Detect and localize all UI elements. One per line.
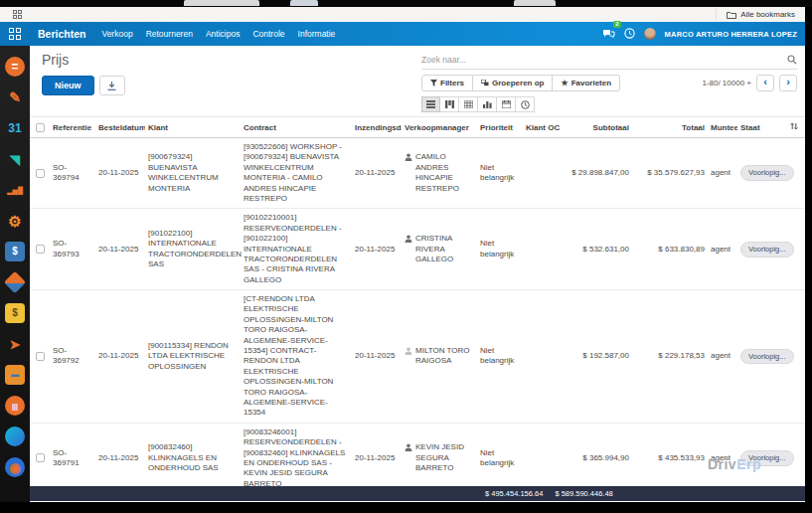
header-munteenheid[interactable]: Munteenh	[708, 117, 737, 138]
menu-anticipos[interactable]: Anticipos	[206, 29, 241, 39]
person-icon	[405, 153, 412, 161]
user-name[interactable]: MARCO ARTURO HERRERA LOPEZ	[665, 30, 797, 39]
browser-tab[interactable]	[184, 0, 259, 6]
person-icon	[405, 443, 412, 451]
header-prioriteit[interactable]: Prioriteit	[477, 117, 523, 138]
pivot-icon	[464, 100, 473, 108]
pager-previous-button[interactable]: ‹	[756, 75, 774, 91]
crm-app-icon[interactable]: ◥	[5, 149, 25, 169]
driverp-logo: DrivErp	[708, 456, 761, 472]
documents-app-icon[interactable]: ▬	[5, 365, 25, 385]
camera-app-icon[interactable]: ◉	[5, 457, 25, 477]
star-icon: ★	[561, 79, 568, 87]
browser-tab[interactable]	[514, 0, 556, 6]
header-inzendingsdatum[interactable]: Inzendingsd.	[352, 117, 402, 138]
table-row[interactable]: SO-369793 20-11-2025 [901022100] INTERNA…	[30, 209, 805, 290]
list-view-button[interactable]	[421, 96, 440, 112]
status-badge: Voorlopig...	[740, 242, 794, 257]
all-bookmarks-button[interactable]: Alle bookmarks	[716, 9, 805, 20]
menu-verkoop[interactable]: Verkoop	[101, 29, 132, 39]
app-sidebar: =✎31◥▂▅█⚙$$➤▬|||◉	[0, 22, 30, 502]
apps-menu-button[interactable]	[0, 22, 30, 46]
header-staat[interactable]: Staat	[737, 117, 787, 138]
export-button[interactable]	[99, 76, 125, 95]
graph-view-button[interactable]	[478, 96, 497, 112]
row-checkbox[interactable]	[36, 352, 45, 361]
search-bar	[421, 51, 797, 70]
menu-controle[interactable]: Controle	[252, 29, 284, 39]
dashboard-app-icon[interactable]: ▂▅█	[5, 180, 25, 200]
billing-app-icon[interactable]: $	[5, 242, 25, 261]
header-besteldatum[interactable]: Besteldatum	[95, 117, 145, 138]
totals-footer: $ 495.454.156.64 $ 589.590.446.48	[30, 486, 805, 501]
menu-informatie[interactable]: Informatie	[298, 29, 336, 39]
search-icon[interactable]	[787, 51, 797, 69]
column-adjust-icon	[790, 122, 798, 130]
bar-chart-icon	[483, 100, 492, 108]
chat-bubbles-icon	[602, 29, 615, 39]
row-checkbox[interactable]	[36, 245, 45, 254]
website-app-icon[interactable]	[5, 427, 25, 446]
pager-next-button[interactable]: ›	[779, 75, 797, 91]
inventory-app-icon[interactable]	[4, 271, 26, 293]
discuss-app-icon[interactable]: =	[5, 57, 25, 77]
bookmarks-bar: Alle bookmarks	[0, 7, 805, 22]
row-checkbox[interactable]	[36, 453, 45, 462]
settings-app-icon[interactable]: ⚙	[5, 211, 25, 231]
messages-button[interactable]: 2	[602, 25, 615, 43]
calendar-view-button[interactable]	[497, 96, 516, 112]
notes-app-icon[interactable]: ✎	[5, 87, 25, 107]
header-klant[interactable]: Klant	[145, 117, 241, 138]
screen: Alle bookmarks =✎31◥▂▅█⚙$$➤▬|||◉ Bericht…	[0, 0, 812, 513]
bookmarks-grid-icon[interactable]	[13, 10, 22, 19]
clock-icon	[521, 100, 530, 109]
select-all-checkbox[interactable]	[36, 123, 45, 132]
sidebar-apps: =✎31◥▂▅█⚙$$➤▬|||◉	[5, 46, 25, 477]
person-icon	[405, 347, 412, 355]
calendar-app-icon[interactable]: 31	[5, 118, 25, 138]
menu-retourneren[interactable]: Retourneren	[146, 29, 193, 39]
header-subtotaal[interactable]: Subtotaal	[563, 117, 632, 138]
equalizer-app-icon[interactable]: |||	[5, 396, 25, 416]
filters-button[interactable]: Filters	[421, 75, 473, 91]
user-avatar[interactable]	[644, 28, 656, 40]
status-badge: Voorlopig...	[740, 349, 794, 365]
email-app-icon[interactable]: ➤	[5, 334, 25, 354]
group-by-icon	[481, 80, 489, 86]
browser-tab[interactable]	[290, 0, 318, 6]
total-sum: $ 589.590.446.48	[555, 489, 612, 498]
search-input[interactable]	[421, 55, 787, 65]
calendar-icon	[502, 100, 511, 108]
new-button[interactable]: Nieuw	[42, 76, 94, 95]
subtotal-sum: $ 495.454.156.64	[485, 489, 543, 498]
favorites-button[interactable]: ★ Favorieten	[553, 75, 620, 91]
table-header-row: Referentie Besteldatum Klant Contract In…	[30, 117, 805, 138]
top-navbar: Berichten Verkoop Retourneren Anticipos …	[30, 22, 805, 46]
all-bookmarks-label: Alle bookmarks	[740, 10, 795, 19]
group-by-button[interactable]: Groeperen op	[473, 75, 553, 91]
activity-view-button[interactable]	[516, 96, 535, 112]
header-referentie[interactable]: Referentie	[50, 117, 95, 138]
table-row[interactable]: SO-369791 20-11-2025 [900832460] KLINKNA…	[30, 423, 805, 486]
download-icon	[107, 82, 116, 90]
header-contract[interactable]: Contract	[241, 117, 352, 138]
table-row[interactable]: SO-369794 20-11-2025 [900679324] BUENAVI…	[30, 138, 805, 209]
header-verkoopmanager[interactable]: Verkoopmanager	[402, 117, 477, 138]
page-title: Prijs	[42, 52, 421, 68]
activities-clock-icon[interactable]	[624, 25, 635, 43]
expenses-app-icon[interactable]: $	[5, 303, 25, 323]
optional-columns-button[interactable]	[787, 117, 805, 138]
view-switcher	[421, 96, 797, 112]
pivot-view-button[interactable]	[459, 96, 478, 112]
row-checkbox[interactable]	[36, 169, 45, 178]
status-badge: Voorlopig...	[740, 165, 794, 181]
table-row[interactable]: SO-369792 20-11-2025 [900115334] RENDON …	[30, 290, 805, 424]
filter-funnel-icon	[430, 80, 437, 86]
header-totaal[interactable]: Totaal	[632, 117, 708, 138]
app-name[interactable]: Berichten	[38, 28, 85, 40]
header-klant-oc[interactable]: Klant OC	[523, 117, 563, 138]
folder-icon	[727, 11, 736, 19]
orders-table-area: Referentie Besteldatum Klant Contract In…	[30, 117, 805, 486]
apps-grid-icon	[9, 28, 21, 40]
kanban-view-button[interactable]	[440, 96, 459, 112]
